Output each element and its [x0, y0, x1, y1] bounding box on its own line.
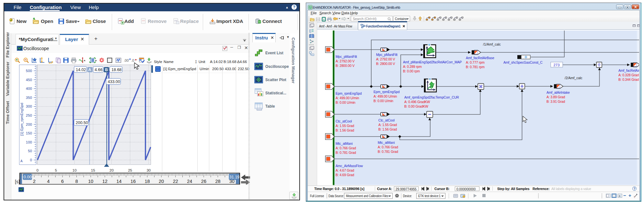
svg-text:14.02: 14.02: [76, 68, 86, 72]
svg-text:[s]: [s]: [15, 179, 20, 184]
svg-text:31.19: 31.19: [229, 175, 239, 179]
svg-text:250: 250: [26, 113, 32, 117]
svg-text:50: 50: [28, 149, 32, 153]
svg-text:Mtc_atMani: Mtc_atMani: [378, 141, 395, 144]
svg-text:Ctc_atCool: Ctc_atCool: [336, 119, 352, 123]
svg-text:Amf_pManiEngSpd2facRelAirCorr_: Amf_pManiEngSpd2facRelAirCorr_MAP: [403, 60, 462, 64]
svg-text:12: 12: [102, 179, 108, 184]
svg-text:B: 1.56 Grad: B: 1.56 Grad: [336, 128, 354, 132]
svg-text:A: 0.289 rpm: A: 0.289 rpm: [403, 65, 422, 69]
svg-text:/1/Amf_calc: /1/Amf_calc: [483, 42, 501, 46]
svg-text:4.66: 4.66: [95, 68, 102, 72]
svg-text:10: 10: [88, 179, 93, 184]
svg-text:.00: .00: [124, 58, 129, 62]
svg-text:A: 2792.00 V: A: 2792.00 V: [376, 57, 395, 61]
svg-text:A: 0.496 GradKW: A: 0.496 GradKW: [404, 100, 430, 104]
svg-text:8: 8: [75, 179, 78, 184]
svg-text:B: 2800.00 V: B: 2800.00 V: [336, 64, 355, 68]
svg-text:150: 150: [26, 131, 32, 135]
svg-text:A: 0.766 Grad: A: 0.766 Grad: [336, 146, 356, 150]
svg-text:A: 2792.00 V: A: 2792.00 V: [336, 59, 355, 63]
svg-text:A: 3.89 Grad: A: 3.89 Grad: [546, 95, 565, 99]
svg-text:Mtc_atMani: Mtc_atMani: [336, 142, 352, 145]
svg-text:B: 0.00 U/min: B: 0.00 U/min: [374, 99, 393, 103]
svg-text:B: 0.00 U/min: B: 0.00 U/min: [336, 101, 355, 104]
svg-text:Epm_rpmEngSpd: Epm_rpmEngSpd: [374, 90, 400, 94]
svg-text:Amf_facRelAirBase: Amf_facRelAirBase: [466, 56, 494, 60]
svg-text:6: 6: [61, 179, 64, 184]
svg-text:A: A: [88, 68, 91, 72]
svg-text:400: 400: [26, 87, 32, 90]
svg-text:A: 0.328 Grad: A: 0.328 Grad: [618, 73, 639, 77]
svg-text:Amf_shcSpecGasConst_C: Amf_shcSpecGasConst_C: [503, 60, 543, 64]
svg-text:Mpc_pManiFilt: Mpc_pManiFilt: [336, 55, 357, 58]
svg-text:Epm_rpmEngSpd: Epm_rpmEngSpd: [336, 91, 362, 95]
svg-text:B: B: [105, 68, 108, 72]
svg-text:A: 1.55 Grad: A: 1.55 Grad: [378, 123, 397, 127]
svg-text:22: 22: [173, 179, 178, 184]
svg-text:26: 26: [201, 179, 206, 184]
svg-text:B: 4.69 Grad: B: 4.69 Grad: [336, 173, 354, 177]
svg-text:200: 200: [26, 122, 32, 126]
svg-text:450: 450: [26, 78, 32, 82]
svg-text:/2/Amf_calc: /2/Amf_calc: [565, 76, 582, 80]
svg-text:a: a: [619, 194, 620, 197]
svg-text:A: 0.766 Grad: A: 0.766 Grad: [378, 145, 398, 149]
svg-text:100: 100: [26, 140, 32, 144]
svg-text:4: 4: [47, 179, 50, 184]
svg-text:B: 2800.00 V: B: 2800.00 V: [376, 62, 395, 66]
svg-text:B: 0.00 GradKW: B: 0.00 GradKW: [404, 104, 428, 108]
svg-text:20: 20: [159, 179, 164, 184]
svg-text:B: 0.781 rpm: B: 0.781 rpm: [466, 65, 485, 69]
svg-text:A: 0.777 rpm: A: 0.777 rpm: [466, 60, 485, 64]
svg-text:14: 14: [116, 179, 121, 184]
svg-text:0: 0: [30, 158, 32, 162]
svg-text:B: 1.56 Grad: B: 1.56 Grad: [378, 127, 397, 131]
svg-text:2: 2: [33, 179, 36, 184]
svg-text:B: 0.00 rpm: B: 0.00 rpm: [403, 69, 420, 73]
svg-text:B: 0.781 Grad: B: 0.781 Grad: [378, 150, 398, 154]
svg-text:350: 350: [26, 96, 32, 100]
svg-text:Ctc_atCool: Ctc_atCool: [378, 118, 395, 122]
svg-text:.0: .0: [131, 58, 134, 62]
svg-text:A: 1.55 Grad: A: 1.55 Grad: [336, 124, 354, 128]
svg-text:Amf_facRelAir: Amf_facRelAir: [618, 69, 639, 72]
svg-text:18: 18: [144, 179, 150, 184]
svg-text:Amf_rpmEngSpd2facTempCorr_CUR: Amf_rpmEngSpd2facTempCorr_CUR: [404, 95, 459, 99]
svg-text:Amc_AirMassFlow: Amc_AirMassFlow: [336, 164, 363, 168]
svg-text:Amf_atAirIntake: Amf_atAirIntake: [546, 90, 570, 94]
svg-text:B: 0.781 Grad: B: 0.781 Grad: [336, 151, 356, 154]
svg-text:[1] Epm_rpmEngSpd: [1] Epm_rpmEngSpd: [20, 103, 24, 136]
svg-text:18.68: 18.68: [111, 68, 121, 72]
svg-text:A: A: [20, 159, 23, 163]
svg-text:A: 499.00 U/min: A: 499.00 U/min: [336, 96, 359, 100]
svg-text:500: 500: [26, 69, 32, 73]
svg-text:A: 4.67 Grad: A: 4.67 Grad: [336, 168, 354, 172]
svg-text:B: 3.91 Grad: B: 3.91 Grad: [546, 100, 565, 103]
svg-text:28: 28: [215, 179, 220, 184]
svg-text:273: 273: [553, 63, 559, 67]
svg-text:16: 16: [131, 179, 136, 184]
svg-text:Mpc_pManiFilt: Mpc_pManiFilt: [376, 53, 397, 57]
svg-text:0.00: 0.00: [24, 175, 31, 179]
svg-text:A: 499.00 U/min: A: 499.00 U/min: [374, 94, 397, 98]
svg-text:200.50: 200.50: [76, 121, 88, 125]
svg-text:24: 24: [187, 179, 192, 184]
svg-text:B: 0.344 Grad: B: 0.344 Grad: [618, 78, 639, 81]
svg-text:433.00: 433.00: [108, 80, 120, 84]
svg-text:300: 300: [26, 104, 32, 108]
